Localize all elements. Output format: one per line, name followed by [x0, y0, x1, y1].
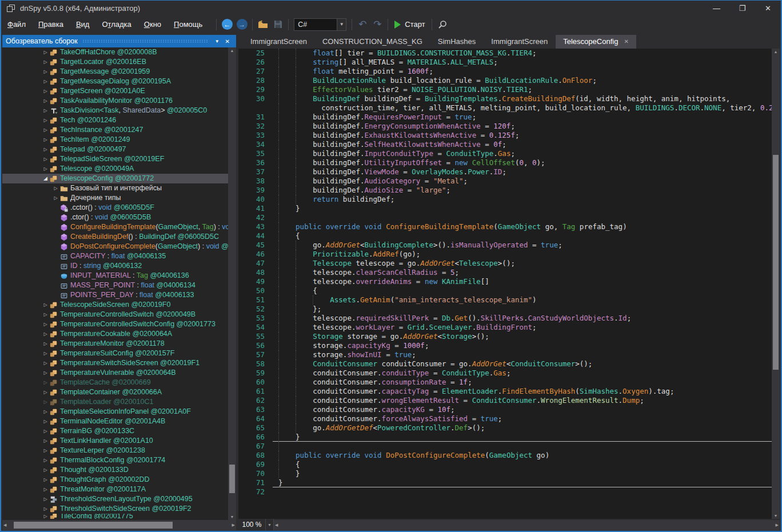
tree-item[interactable]: ▷ThermalBlockConfig @02001774 — [2, 455, 228, 465]
tree-item[interactable]: ▷TemplateSelectionInfoPanel @02001A0F — [2, 407, 228, 417]
menu-item-1[interactable]: Правка — [32, 16, 70, 33]
tree-item[interactable]: ▷ThreatMonitor @0200117A — [2, 485, 228, 494]
expander-icon[interactable]: ▷ — [41, 465, 50, 475]
expander-icon[interactable]: ▷ — [41, 164, 50, 174]
open-file-button[interactable] — [256, 18, 270, 31]
expander-icon[interactable]: ▷ — [41, 358, 50, 368]
tree-item[interactable]: .cctor() : void @06005D5F — [2, 203, 228, 213]
tree-item[interactable]: ▷TemperatureVulnerable @0200064B — [2, 368, 228, 378]
tree-item[interactable]: ▷TargetScreen @02001A0E — [2, 86, 228, 96]
panel-close-icon[interactable]: ✕ — [222, 38, 233, 45]
zoom-chevron-icon[interactable]: ▼ — [266, 519, 274, 530]
tree-item[interactable]: ▷TaskDivision<Task, SharedData> @020005C… — [2, 106, 228, 115]
search-button[interactable] — [435, 18, 450, 31]
menu-item-3[interactable]: Отладка — [95, 16, 137, 33]
menu-item-2[interactable]: Вид — [70, 16, 96, 33]
expander-icon[interactable]: ▷ — [41, 504, 50, 514]
tree-item[interactable]: ▷TemperatureSuitConfig @0200157F — [2, 349, 228, 358]
tree-item[interactable]: POINTS_PER_DAY : float @04006133 — [2, 290, 228, 300]
tree-item[interactable]: ▷TextLinkHandler @02001A10 — [2, 436, 228, 446]
tab-TelescopeConfig[interactable]: TelescopeConfig✕ — [556, 35, 636, 49]
tree-item[interactable]: CAPACITY : float @04006135 — [2, 251, 228, 261]
expander-icon[interactable]: ▷ — [41, 475, 50, 485]
tree-item[interactable]: ▷ThresholdScreenLayoutType @02000495 — [2, 494, 228, 504]
zoom-level-control[interactable]: 100 % — [238, 519, 266, 530]
expander-icon[interactable]: ▷ — [41, 310, 50, 319]
tree-item[interactable]: ▷Thought @0200133D — [2, 465, 228, 475]
tree-item[interactable]: ▷TemperatureCookable @0200064A — [2, 329, 228, 339]
expander-icon[interactable]: ▷ — [41, 436, 50, 446]
expander-icon[interactable]: ▷ — [41, 300, 50, 310]
expander-icon[interactable]: ▷ — [41, 446, 50, 455]
expander-icon[interactable]: ▷ — [41, 115, 50, 125]
tree-item[interactable]: ▷TerminalNodeEditor @02001A4B — [2, 417, 228, 426]
maximize-button[interactable]: ❐ — [729, 1, 755, 16]
expander-icon[interactable]: ▷ — [41, 417, 50, 426]
tree-item[interactable]: ◢TelescopeConfig @02001772 — [2, 174, 228, 183]
expander-icon[interactable]: ▷ — [41, 145, 50, 154]
tree-item[interactable]: ▷TemperatureSwitchSideScreen @020019F1 — [2, 358, 228, 368]
tree-item[interactable]: ▷TemperatureMonitor @02001178 — [2, 339, 228, 349]
tree-item[interactable]: ID : string @04006132 — [2, 261, 228, 271]
language-combobox[interactable]: C# ▼ — [294, 18, 346, 31]
redo-button[interactable]: ↷ — [370, 18, 385, 31]
code-editor[interactable]: 25float[] tier = BUILDINGS.CONSTRUCTION_… — [238, 49, 772, 519]
scroll-down-arrow[interactable]: ▼ — [772, 514, 780, 518]
expander-icon[interactable]: ▷ — [41, 426, 50, 436]
tree-item[interactable]: ▷TemplateContainer @0200066A — [2, 387, 228, 397]
expander-icon[interactable]: ▷ — [41, 135, 50, 145]
panel-grip[interactable] — [82, 39, 208, 43]
tree-item[interactable]: ▷TelescopeSideScreen @020019F0 — [2, 300, 228, 310]
close-button[interactable]: ✕ — [755, 1, 781, 16]
tree-item[interactable]: ConfigureBuildingTemplate(GameObject, Ta… — [2, 222, 228, 232]
tree-item[interactable]: ▷TakeOffHatChore @0200008B — [2, 47, 228, 57]
expander-icon[interactable]: ▷ — [41, 67, 50, 77]
tree-item[interactable]: ▷TargetLocator @020016EB — [2, 57, 228, 67]
tree-item[interactable]: ▷Telescope @0200049A — [2, 164, 228, 174]
undo-button[interactable]: ↶ — [355, 18, 370, 31]
scroll-right-arrow[interactable]: ▶ — [776, 520, 779, 530]
editor-horizontal-scrollbar[interactable]: ◀ ▶ — [274, 520, 780, 530]
tree-item[interactable]: ▷ThoughtGraph @020002DD — [2, 475, 228, 485]
scroll-down-arrow[interactable]: ▼ — [228, 515, 236, 519]
tree-item[interactable]: ▷TemplateLoader @020010C1 — [2, 397, 228, 407]
expander-icon[interactable]: ▷ — [41, 339, 50, 349]
expander-icon[interactable]: ▷ — [41, 349, 50, 358]
tree-item[interactable]: ▷TaskAvailabilityMonitor @02001176 — [2, 96, 228, 106]
tab-CONSTRUCTION_MASS_KG[interactable]: CONSTRUCTION_MASS_KG — [315, 35, 430, 49]
expander-icon[interactable]: ▷ — [41, 154, 50, 164]
menu-item-5[interactable]: Помощь — [167, 16, 209, 33]
expander-icon[interactable]: ▷ — [41, 86, 50, 96]
expander-icon[interactable]: ▷ — [41, 485, 50, 494]
tree-item[interactable]: INPUT_MATERIAL : Tag @04006136 — [2, 271, 228, 281]
expander-icon[interactable]: ▷ — [41, 514, 50, 519]
tab-ImmigrantScreen[interactable]: ImmigrantScreen — [243, 35, 314, 49]
expander-icon[interactable]: ▷ — [41, 397, 50, 407]
editor-vscroll-thumb[interactable] — [773, 155, 779, 370]
expander-icon[interactable]: ▷ — [41, 47, 50, 57]
scroll-up-arrow[interactable]: ▲ — [772, 50, 780, 54]
expander-icon[interactable]: ▷ — [41, 125, 50, 135]
tree-item[interactable]: .ctor() : void @06005D5B — [2, 213, 228, 222]
tree-vscroll-thumb[interactable] — [229, 465, 235, 493]
tree-item[interactable]: MASS_PER_POINT : float @04006134 — [2, 281, 228, 290]
tree-item[interactable]: ▷Tech @02001246 — [2, 115, 228, 125]
expander-icon[interactable]: ▷ — [41, 387, 50, 397]
tree-item[interactable]: ▷Дочерние типы — [2, 193, 228, 203]
tree-item[interactable]: ▷TextureLerper @02001238 — [2, 446, 228, 455]
expander-icon[interactable]: ▷ — [41, 455, 50, 465]
expander-icon[interactable]: ▷ — [41, 96, 50, 106]
expander-icon[interactable]: ▷ — [51, 193, 60, 203]
tree-item[interactable]: ▷TemplateCache @02000669 — [2, 378, 228, 387]
tree-horizontal-scrollbar[interactable]: ◀ ▶ — [2, 520, 236, 530]
minimize-button[interactable]: — — [704, 1, 729, 16]
panel-menu-chevron-icon[interactable]: ▼ — [212, 39, 222, 44]
menu-item-0[interactable]: Файл — [1, 16, 32, 33]
tree-item[interactable]: CreateBuildingDef() : BuildingDef @06005… — [2, 232, 228, 242]
expander-icon[interactable]: ▷ — [41, 407, 50, 417]
tree-item[interactable]: ▷TechInstance @02001247 — [2, 125, 228, 135]
editor-vertical-scrollbar[interactable]: ▲ ▼ — [772, 49, 780, 519]
tab-SimHashes[interactable]: SimHashes — [430, 35, 483, 49]
expander-icon[interactable]: ▷ — [51, 183, 60, 193]
tree-item[interactable]: ▷ThresholdSwitchSideScreen @020019F2 — [2, 504, 228, 514]
